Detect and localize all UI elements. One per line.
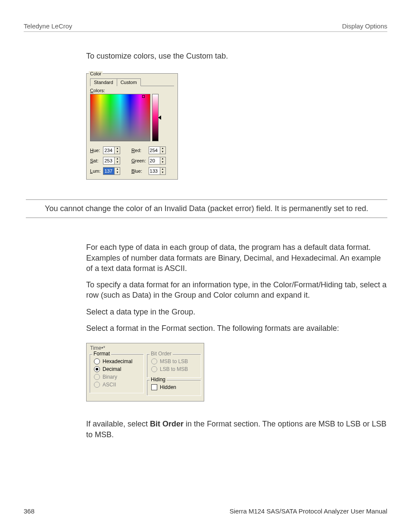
spin-down-icon[interactable] xyxy=(115,161,120,164)
page-number: 368 xyxy=(24,507,34,515)
hue-value[interactable]: 234 xyxy=(103,147,114,154)
para-2: To specify a data format for an informat… xyxy=(86,280,387,301)
spin-up-icon[interactable] xyxy=(115,157,120,161)
spin-down-icon[interactable] xyxy=(115,171,120,174)
red-stepper[interactable]: 254 xyxy=(149,146,166,154)
sat-stepper[interactable]: 253 xyxy=(103,157,120,165)
hidden-label: Hidden xyxy=(160,384,176,390)
gradient-marker[interactable] xyxy=(142,95,145,98)
color-gradient[interactable] xyxy=(90,94,150,141)
color-dialog: Color Standard Custom Colors: xyxy=(86,73,178,180)
radio-icon xyxy=(94,382,100,388)
red-value[interactable]: 254 xyxy=(149,147,160,154)
tab-standard[interactable]: Standard xyxy=(90,78,117,86)
closing-para: If available, select Bit Order in the Fo… xyxy=(86,419,387,440)
lum-label: Lum: xyxy=(90,168,100,174)
radio-icon xyxy=(94,358,100,364)
radio-ascii-label: ASCII xyxy=(103,382,116,388)
radio-lsb-label: LSB to MSB xyxy=(160,366,188,372)
page-header: Teledyne LeCroy Display Options xyxy=(24,22,387,32)
radio-icon xyxy=(151,358,157,364)
bitorder-legend: Bit Order xyxy=(149,351,173,357)
radio-dec-label: Decimal xyxy=(103,366,121,372)
radio-bin: Binary xyxy=(94,374,139,380)
radio-msb-label: MSB to LSB xyxy=(160,358,188,364)
para-3: Select a data type in the Group. xyxy=(86,307,387,317)
radio-hex[interactable]: Hexadecimal xyxy=(94,358,139,364)
para-1: For each type of data in each group of d… xyxy=(86,242,387,274)
bitorder-fieldset: Bit Order MSB to LSB LSB to MSB xyxy=(146,354,201,378)
lum-stepper[interactable]: 137 xyxy=(103,167,120,175)
spin-up-icon[interactable] xyxy=(160,147,165,150)
note-box: You cannot change the color of an Invali… xyxy=(26,199,387,218)
closing-pre: If available, select xyxy=(86,420,150,428)
spin-up-icon[interactable] xyxy=(160,168,165,171)
spin-up-icon[interactable] xyxy=(160,157,165,161)
luminance-arrow-icon[interactable] xyxy=(158,115,161,120)
manual-title: Sierra M124 SAS/SATA Protocol Analyzer U… xyxy=(230,507,387,515)
spin-down-icon[interactable] xyxy=(160,171,165,174)
radio-lsb: LSB to MSB xyxy=(151,366,196,372)
green-stepper[interactable]: 20 xyxy=(149,157,166,165)
colors-label: Colors: xyxy=(90,88,174,93)
lum-value[interactable]: 137 xyxy=(103,168,114,174)
green-label: Green: xyxy=(131,158,146,163)
closing-bold: Bit Order xyxy=(150,420,184,428)
radio-dec[interactable]: Decimal xyxy=(94,366,139,372)
format-dialog-legend: Time•* xyxy=(90,345,201,351)
header-left: Teledyne LeCroy xyxy=(24,22,72,30)
sat-value[interactable]: 253 xyxy=(103,157,114,164)
spin-up-icon[interactable] xyxy=(115,168,120,171)
format-legend: Format xyxy=(92,351,111,357)
checkbox-hidden[interactable]: Hidden xyxy=(151,384,196,390)
checkbox-icon xyxy=(151,384,157,390)
para-4: Select a format in the Format section. T… xyxy=(86,323,387,333)
spin-up-icon[interactable] xyxy=(115,147,120,150)
intro-text: To customize colors, use the Custom tab. xyxy=(86,51,387,61)
green-value[interactable]: 20 xyxy=(149,157,160,164)
blue-label: Blue: xyxy=(131,168,146,174)
blue-value[interactable]: 133 xyxy=(149,168,160,174)
color-legend: Color xyxy=(89,71,103,76)
radio-icon xyxy=(94,366,100,372)
radio-ascii: ASCII xyxy=(94,382,139,388)
luminance-bar[interactable] xyxy=(152,94,159,141)
sat-label: Sat: xyxy=(90,158,100,163)
radio-bin-label: Binary xyxy=(103,374,117,380)
radio-icon xyxy=(151,366,157,372)
format-fieldset: Format Hexadecimal Decimal Binary xyxy=(89,354,144,393)
note-text: You cannot change the color of an Invali… xyxy=(45,204,368,213)
red-label: Red: xyxy=(131,148,146,153)
hiding-fieldset: Hiding Hidden xyxy=(146,380,201,396)
spin-down-icon[interactable] xyxy=(160,150,165,154)
hiding-legend: Hiding xyxy=(149,376,167,383)
page-footer: 368 Sierra M124 SAS/SATA Protocol Analyz… xyxy=(24,507,387,515)
tab-custom[interactable]: Custom xyxy=(117,78,141,86)
hue-label: Hue: xyxy=(90,148,100,153)
radio-icon xyxy=(94,374,100,380)
blue-stepper[interactable]: 133 xyxy=(149,167,166,175)
radio-msb: MSB to LSB xyxy=(151,358,196,364)
spin-down-icon[interactable] xyxy=(160,161,165,164)
radio-hex-label: Hexadecimal xyxy=(103,358,132,364)
format-dialog: Time•* Format Hexadecimal Decimal xyxy=(86,343,204,401)
spin-down-icon[interactable] xyxy=(115,150,120,154)
hue-stepper[interactable]: 234 xyxy=(103,146,120,154)
header-right: Display Options xyxy=(342,22,387,30)
color-tabs: Standard Custom xyxy=(90,78,174,86)
